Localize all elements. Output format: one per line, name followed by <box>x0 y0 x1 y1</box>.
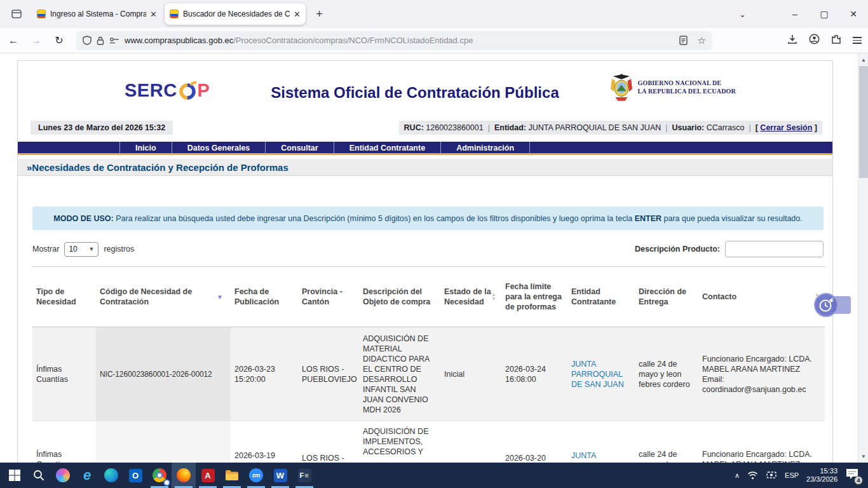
nav-item-inicio[interactable]: Inicio <box>119 142 172 153</box>
firefox-button[interactable] <box>172 463 196 488</box>
logout-link[interactable]: Cerrar Sesión <box>760 123 812 132</box>
reload-button[interactable]: ↻ <box>50 31 69 50</box>
entity-label: Entidad: <box>494 123 526 132</box>
show-entries-control: Mostrar 10 ▼ registros <box>32 242 134 257</box>
usage-instructions: MODO DE USO: Para realizar una búsqueda … <box>32 207 824 230</box>
new-tab-button[interactable]: + <box>308 7 330 21</box>
session-info: RUC: 1260023860001 | Entidad: JUNTA PARR… <box>399 121 822 135</box>
cell-fecha-publicacion: 2026-03-19 <box>231 421 298 463</box>
scroll-down-icon[interactable]: ▼ <box>858 451 868 461</box>
file-explorer-icon <box>225 470 239 481</box>
sercop-logo: SERC P <box>125 80 210 101</box>
show-entries-select[interactable]: 10 ▼ <box>64 242 98 257</box>
sercop-o-swirl-icon <box>178 81 197 100</box>
scrollbar-thumb[interactable] <box>859 66 868 178</box>
permissions-icon[interactable] <box>109 37 119 44</box>
sort-desc-icon: ▼ <box>217 294 227 301</box>
windows-logo-icon <box>8 469 21 482</box>
col-provincia-canton[interactable]: Provincia - Cantón <box>298 267 359 327</box>
tab-buscador-necesidades[interactable]: Buscador de Necesidades de Co ✕ <box>165 3 306 25</box>
url-bar[interactable]: www.compraspublicas.gob.ec/ProcesoContra… <box>76 31 712 50</box>
entity-link[interactable]: JUNTA <box>571 451 596 460</box>
description-filter-input[interactable] <box>725 241 824 257</box>
account-icon[interactable] <box>809 34 820 47</box>
usage-text: para que pueda visualizar su resultado. <box>664 214 803 223</box>
chevron-down-icon: ▼ <box>88 246 94 252</box>
language-indicator[interactable]: ESP <box>785 471 799 479</box>
tab-close-icon[interactable]: ✕ <box>290 10 301 19</box>
copilot-button[interactable] <box>51 463 75 488</box>
back-button[interactable]: ← <box>4 31 23 50</box>
chrome-profile-badge <box>163 479 170 486</box>
lock-icon[interactable] <box>97 36 104 45</box>
scroll-up-icon[interactable]: ▲ <box>858 55 868 65</box>
bookmark-star-icon[interactable]: ☆ <box>698 35 706 46</box>
page-section-title: »Necesidades de Contratación y Recepción… <box>18 159 832 176</box>
reader-view-icon[interactable] <box>679 36 688 45</box>
zoom-button[interactable]: zm <box>244 463 268 488</box>
acrobat-button[interactable]: A <box>196 463 220 488</box>
downloads-icon[interactable] <box>787 34 797 47</box>
col-tipo-necesidad[interactable]: Tipo de Necesidad <box>32 267 96 327</box>
col-contacto[interactable]: Contacto▲▼ <box>698 267 825 327</box>
ecuador-crest-favicon <box>170 10 179 18</box>
col-estado-necesidad[interactable]: Estado de la Necesidad▲▼ <box>440 267 501 327</box>
logout-bracket: [ <box>756 123 758 132</box>
col-descripcion-objeto[interactable]: Descripción del Objeto de compra <box>359 267 440 327</box>
maximize-button[interactable]: ▢ <box>810 0 839 28</box>
chrome-button[interactable] <box>147 463 172 488</box>
app-f-button[interactable]: F≡ <box>292 463 316 488</box>
separator: | <box>484 123 494 132</box>
table-row: Ínfimas Cuantías 2026-03-19 LOS RIOS - A… <box>32 421 825 463</box>
col-fecha-limite[interactable]: Fecha límite para la entrega de proforma… <box>501 267 567 327</box>
extensions-icon[interactable] <box>831 34 841 47</box>
page-viewport: SERC P Sistema Oficial de Contratación P… <box>0 53 868 463</box>
product-filter: Descripción Producto: <box>635 241 824 257</box>
url-host: www.compraspublicas.gob.ec <box>125 36 233 45</box>
col-codigo-necesidad[interactable]: Código de Necesidad de Contratación▼ <box>96 267 231 327</box>
window-controls: – ▢ ✕ <box>780 0 868 28</box>
floating-clock-widget[interactable] <box>814 293 838 317</box>
firefox-view-button[interactable] <box>6 4 27 24</box>
usage-enter-key: ENTER <box>635 214 661 223</box>
internet-explorer-button[interactable]: e <box>75 463 99 488</box>
notification-center-button[interactable]: 4 <box>845 468 860 483</box>
wifi-icon[interactable] <box>747 471 758 480</box>
file-explorer-button[interactable] <box>220 463 244 488</box>
entity-link[interactable]: JUNTA PARROQUIAL DE SAN JUAN <box>571 360 624 389</box>
cast-icon[interactable] <box>766 471 777 480</box>
cell-direccion: calle 24 de mayo y leon <box>635 421 698 463</box>
edge-button[interactable] <box>99 463 123 488</box>
page-scrollbar[interactable]: ▲ ▼ <box>858 53 868 463</box>
cell-entidad: JUNTA PARROQUIAL DE SAN JUAN <box>567 327 635 421</box>
sort-icon: ▲▼ <box>491 292 498 301</box>
cell-entidad: JUNTA <box>567 421 635 463</box>
nav-item-consultar[interactable]: Consultar <box>265 142 333 153</box>
col-fecha-publicacion[interactable]: Fecha de Publicación <box>231 267 298 327</box>
tracking-shield-icon[interactable] <box>83 36 92 45</box>
usage-label: MODO DE USO: <box>53 214 113 223</box>
start-button[interactable] <box>3 463 27 488</box>
outlook-button[interactable]: O <box>123 463 147 488</box>
list-all-tabs-icon[interactable]: ⌄ <box>730 10 755 19</box>
tab-close-icon[interactable]: ✕ <box>146 10 157 19</box>
close-button[interactable]: ✕ <box>839 0 868 28</box>
nav-item-administracion[interactable]: Administración <box>440 142 530 153</box>
word-button[interactable]: W <box>268 463 292 488</box>
search-button[interactable] <box>27 463 51 488</box>
acrobat-icon: A <box>201 469 215 482</box>
cell-fecha-limite: 2026-03-24 16:08:00 <box>501 327 567 421</box>
menu-icon[interactable] <box>853 36 862 46</box>
col-entidad-contratante[interactable]: Entidad Contratante <box>567 267 635 327</box>
tab-ingreso-al-sistema[interactable]: Ingreso al Sistema - Compras Pú ✕ <box>32 3 162 25</box>
col-direccion-entrega[interactable]: Dirección de Entrega <box>635 267 698 327</box>
nav-item-entidad-contratante[interactable]: Entidad Contratante <box>334 142 440 153</box>
table-row: Ínfimas Cuantías NIC-1260023860001-2026-… <box>32 327 825 421</box>
tray-chevron-up-icon[interactable]: ∧ <box>735 471 740 480</box>
table-header-row: Tipo de Necesidad Código de Necesidad de… <box>32 267 825 327</box>
minimize-button[interactable]: – <box>780 0 810 28</box>
clock[interactable]: 15:33 23/3/2026 <box>806 467 837 484</box>
forward-button[interactable]: → <box>27 31 46 50</box>
nav-item-datos-generales[interactable]: Datos Generales <box>172 142 266 153</box>
content-card: SERC P Sistema Oficial de Contratación P… <box>17 60 833 463</box>
